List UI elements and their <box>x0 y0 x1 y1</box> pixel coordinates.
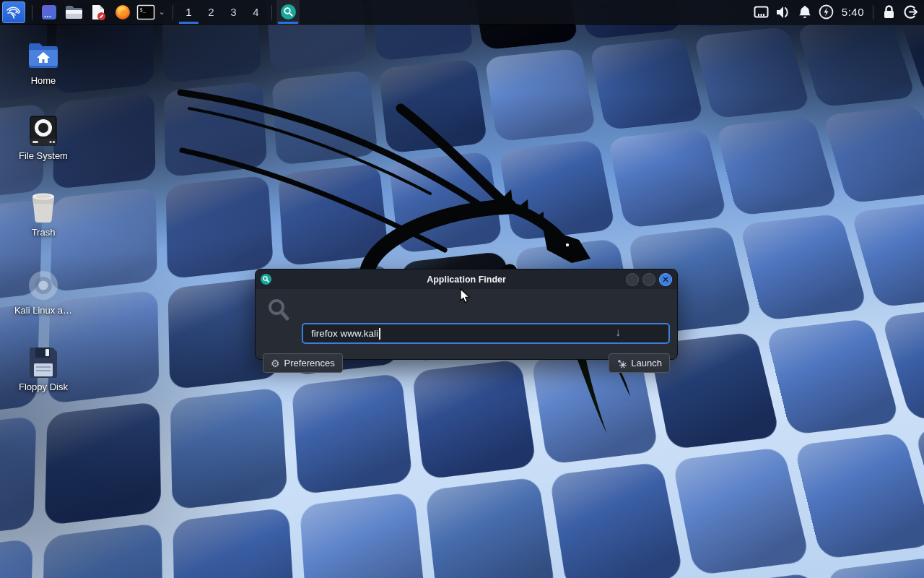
kali-desktop: Home File System Trash <box>0 0 924 578</box>
workspace-label: 1 <box>186 6 191 18</box>
kali-docs-ghost-icon <box>4 268 83 303</box>
network-icon <box>754 6 769 19</box>
launch-icon <box>616 358 627 368</box>
workspace-button-4[interactable]: 4 <box>245 0 267 25</box>
workspace-button-3[interactable]: 3 <box>222 0 245 25</box>
workspace-label: 3 <box>230 6 236 18</box>
log-out-button[interactable] <box>899 0 921 25</box>
search-icon <box>266 298 292 324</box>
home-folder-icon <box>4 38 83 73</box>
terminal-icon: $_ <box>136 4 155 21</box>
tray-notifications-button[interactable] <box>794 0 816 25</box>
desktop-icon-label: Trash <box>4 227 83 238</box>
appfinder-icon <box>280 4 297 20</box>
search-query-text: firefox www.kali <box>311 328 378 339</box>
application-finder-window: Application Finder ✕ firefox www.kali ↓ … <box>255 269 678 360</box>
mouse-cursor <box>460 288 471 304</box>
launch-label: Launch <box>631 358 662 368</box>
workspace-button-1[interactable]: 1 <box>178 0 200 25</box>
text-editor-icon <box>90 4 107 21</box>
lock-screen-button[interactable] <box>878 0 899 25</box>
desktop-icon-label: Floppy Disk <box>4 381 83 392</box>
launcher-show-desktop[interactable] <box>37 0 61 25</box>
desktop-icon-trash[interactable]: Trash <box>4 190 83 238</box>
launcher-firefox[interactable] <box>110 0 135 25</box>
desktop-icon-label: File System <box>4 150 83 161</box>
desktop-icon-home[interactable]: Home <box>4 38 83 86</box>
tray-power-manager-button[interactable] <box>816 0 837 25</box>
hard-disk-icon <box>4 113 83 148</box>
terminal-prompt-glyph: $_ <box>140 7 147 12</box>
panel-clock[interactable]: 5:40 <box>837 0 868 25</box>
launch-button[interactable]: Launch <box>609 353 670 373</box>
log-out-icon <box>903 4 918 20</box>
window-title: Application Finder <box>256 275 677 285</box>
bell-icon <box>798 4 812 20</box>
desktop-icon-kali-docs[interactable]: Kali Linux a… <box>4 268 83 316</box>
preferences-button[interactable]: ⚙ Preferences <box>263 353 343 373</box>
desktop-icon-label: Home <box>4 75 83 86</box>
clock-text: 5:40 <box>842 6 864 18</box>
panel-appfinder-button[interactable] <box>276 0 300 25</box>
workspace-label: 2 <box>208 6 214 18</box>
preferences-label: Preferences <box>284 358 335 368</box>
panel-separator <box>32 5 32 20</box>
panel-separator <box>271 5 272 20</box>
trash-icon <box>4 190 83 225</box>
desktop-icon-file-system[interactable]: File System <box>4 113 83 161</box>
text-caret <box>379 328 380 340</box>
top-panel: $_ ⌄ 1 2 3 4 <box>0 0 924 25</box>
show-desktop-icon <box>40 4 58 21</box>
close-button[interactable]: ✕ <box>659 273 672 286</box>
workspace-label: 4 <box>253 6 258 18</box>
kali-menu-button[interactable] <box>2 1 25 23</box>
close-icon: ✕ <box>662 275 669 284</box>
firefox-icon <box>114 4 131 21</box>
desktop-icon-label: Kali Linux a… <box>4 305 83 316</box>
volume-icon <box>775 5 790 20</box>
launcher-terminal[interactable]: $_ <box>135 0 157 25</box>
minimize-button[interactable] <box>626 273 639 286</box>
floppy-disk-icon <box>4 345 83 379</box>
input-dropdown-arrow[interactable]: ↓ <box>611 326 625 339</box>
maximize-button[interactable] <box>642 273 655 286</box>
terminal-dropdown-chevron[interactable]: ⌄ <box>157 0 167 25</box>
tray-network-button[interactable] <box>751 0 772 25</box>
gear-icon: ⚙ <box>271 358 280 368</box>
launcher-text-editor[interactable] <box>86 0 110 25</box>
desktop-icon-floppy-disk[interactable]: Floppy Disk <box>4 345 83 392</box>
power-manager-icon <box>819 4 834 20</box>
kali-menu-icon <box>5 4 22 21</box>
panel-separator <box>873 5 873 20</box>
panel-separator <box>173 5 173 20</box>
file-manager-icon <box>65 4 83 20</box>
launcher-file-manager[interactable] <box>61 0 86 25</box>
finder-titlebar[interactable]: Application Finder ✕ <box>256 269 677 289</box>
lock-icon <box>882 4 896 20</box>
workspace-button-2[interactable]: 2 <box>200 0 222 25</box>
tray-volume-button[interactable] <box>772 0 794 25</box>
